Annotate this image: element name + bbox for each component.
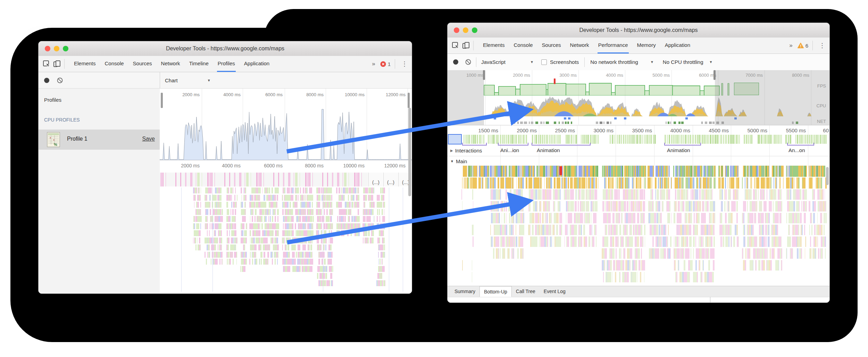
- flamechart-row-segment[interactable]: [377, 195, 384, 201]
- flamechart-row-segment[interactable]: [241, 202, 246, 208]
- overview-left-handle[interactable]: [483, 70, 485, 80]
- main-flame-row-segment[interactable]: [648, 177, 672, 189]
- flamechart-row-segment[interactable]: [241, 195, 247, 201]
- frame-bar[interactable]: [627, 135, 628, 144]
- flamechart-row-segment[interactable]: [363, 230, 374, 236]
- flamechart-row-segment[interactable]: [283, 252, 314, 258]
- flamechart-row-segment[interactable]: [317, 266, 333, 272]
- main-flame-row-segment[interactable]: [743, 236, 783, 247]
- flamechart-row-segment[interactable]: [205, 252, 223, 258]
- main-track-header[interactable]: ▼Main: [450, 157, 467, 166]
- flamechart-row-segment[interactable]: [205, 195, 222, 201]
- main-flame-row-segment[interactable]: [719, 189, 738, 200]
- tab-sources[interactable]: Sources: [541, 38, 562, 53]
- flamechart-row-segment[interactable]: [241, 252, 247, 258]
- tab-network[interactable]: Network: [569, 38, 590, 53]
- frame-bar[interactable]: [639, 135, 640, 144]
- main-flame-row-segment[interactable]: [648, 166, 672, 177]
- flamechart-row-segment[interactable]: [376, 244, 385, 250]
- main-flame-row-segment[interactable]: [674, 225, 715, 235]
- flamechart-row-segment[interactable]: [250, 216, 278, 222]
- flamechart-row-segment[interactable]: [241, 209, 247, 215]
- flamechart-row-segment[interactable]: [282, 244, 312, 250]
- main-flame-row-segment[interactable]: [565, 225, 596, 235]
- flamechart-row-segment[interactable]: [336, 188, 359, 193]
- frame-bar[interactable]: [610, 135, 611, 144]
- tab-sources[interactable]: Sources: [132, 56, 153, 72]
- frame-bar[interactable]: [651, 135, 652, 144]
- tab-console[interactable]: Console: [104, 56, 125, 72]
- frame-bar[interactable]: [818, 135, 819, 144]
- flamechart-row-segment[interactable]: [376, 280, 385, 286]
- flamechart-row-segment[interactable]: [250, 252, 279, 258]
- main-flame-row-segment[interactable]: [787, 236, 806, 247]
- flamechart-row-segment[interactable]: [226, 230, 236, 236]
- flamechart-row-segment[interactable]: [193, 188, 201, 193]
- flamechart-row-segment[interactable]: [377, 202, 385, 208]
- main-flame-row-segment[interactable]: [809, 166, 827, 177]
- flamechart-row-segment[interactable]: [336, 230, 360, 236]
- flamechart-row-segment[interactable]: [377, 209, 384, 215]
- frame-bar[interactable]: [781, 135, 782, 144]
- main-flame-row-segment[interactable]: [491, 248, 524, 259]
- frame-bar[interactable]: [736, 135, 737, 144]
- flamechart-row-segment[interactable]: [317, 244, 333, 250]
- flamechart-row-segment[interactable]: [337, 195, 359, 201]
- flamechart-row-segment[interactable]: [377, 216, 385, 222]
- screenshots-checkbox[interactable]: [541, 59, 547, 65]
- flamechart-row-segment[interactable]: [194, 209, 201, 215]
- main-flame-row-segment[interactable]: [810, 213, 827, 223]
- frame-bar[interactable]: [647, 135, 649, 144]
- frame-bar[interactable]: [645, 135, 646, 144]
- flamechart-row-segment[interactable]: [282, 238, 312, 243]
- frame-bar[interactable]: [723, 135, 724, 144]
- flamechart-row-segment[interactable]: [316, 209, 333, 215]
- bottom-tab-call-tree[interactable]: Call Tree: [512, 286, 540, 297]
- frame-bar[interactable]: [767, 135, 769, 144]
- frame-bar[interactable]: [634, 135, 635, 144]
- flamechart-row-segment[interactable]: [317, 252, 333, 258]
- flamechart-row-segment[interactable]: [226, 195, 237, 201]
- frame-bar[interactable]: [595, 135, 596, 144]
- flamechart-row-segment[interactable]: [241, 223, 247, 229]
- selected-frame[interactable]: [448, 134, 462, 144]
- flamechart-row-segment[interactable]: [250, 209, 279, 215]
- main-flame-row-segment[interactable]: [472, 272, 472, 282]
- flamechart-row-segment[interactable]: [337, 216, 360, 222]
- interaction-event-label[interactable]: Animation: [667, 147, 690, 153]
- flamechart-row-segment[interactable]: [283, 188, 313, 193]
- flamechart-row-segment[interactable]: [226, 252, 237, 258]
- main-flame-row-segment[interactable]: [674, 189, 714, 200]
- tab-performance[interactable]: Performance: [598, 38, 629, 53]
- flamechart-row-segment[interactable]: [282, 202, 313, 208]
- frame-bar[interactable]: [488, 135, 489, 144]
- flamechart-row-segment[interactable]: [377, 238, 385, 243]
- main-flame-row-segment[interactable]: [564, 177, 598, 189]
- chart-view-select[interactable]: Chart ▼: [165, 77, 211, 83]
- frame-bar[interactable]: [707, 135, 709, 144]
- console-status-badge[interactable]: 6: [795, 38, 810, 53]
- main-flame-row-segment[interactable]: [809, 201, 826, 211]
- flamechart-row-segment[interactable]: [250, 230, 279, 236]
- frame-bar[interactable]: [598, 135, 599, 144]
- frame-bar[interactable]: [738, 135, 738, 144]
- main-flame-row-segment[interactable]: [718, 177, 739, 189]
- frame-bar[interactable]: [649, 135, 650, 144]
- sidebar-item-profiles[interactable]: Profiles: [44, 97, 61, 103]
- frame-bar[interactable]: [628, 135, 630, 144]
- main-flame-row-segment[interactable]: [490, 166, 563, 177]
- main-flame-row-segment[interactable]: [462, 260, 463, 271]
- frame-bar[interactable]: [594, 135, 595, 144]
- kebab-menu-icon[interactable]: ⋮: [815, 38, 829, 53]
- more-tabs-chevron[interactable]: »: [369, 56, 378, 72]
- main-flame-row-segment[interactable]: [472, 260, 472, 271]
- flamechart-row-segment[interactable]: [227, 209, 236, 215]
- frame-bar[interactable]: [769, 135, 771, 144]
- main-flame-row-segment[interactable]: [529, 236, 561, 247]
- flamechart-row-segment[interactable]: [363, 188, 374, 193]
- main-flame-row-segment[interactable]: [490, 177, 563, 189]
- flamechart-row-segment[interactable]: [377, 188, 385, 193]
- bottom-tab-event-log[interactable]: Event Log: [540, 286, 570, 297]
- bottom-tab-bottom-up[interactable]: Bottom-Up: [479, 286, 512, 297]
- flamechart-row-segment[interactable]: [226, 216, 236, 222]
